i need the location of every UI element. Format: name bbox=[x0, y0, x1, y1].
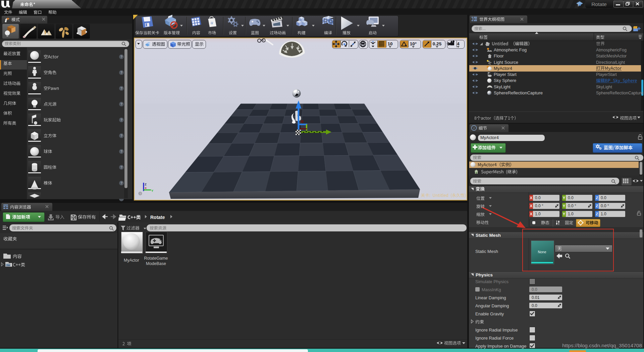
svg-text:Ignore Radial Force: Ignore Radial Force bbox=[475, 336, 514, 341]
svg-text:MyActor4: MyActor4 bbox=[480, 135, 499, 140]
svg-text:SkyLight: SkyLight bbox=[596, 85, 612, 89]
svg-text:None: None bbox=[538, 250, 546, 254]
svg-text:Angular Damping: Angular Damping bbox=[475, 303, 509, 308]
svg-text:https://blog.csdn.net/qq_35014: https://blog.csdn.net/qq_35014708 bbox=[562, 343, 642, 348]
svg-text:RotateGame: RotateGame bbox=[144, 256, 168, 261]
svg-text:?: ? bbox=[120, 71, 122, 75]
svg-text:0.0: 0.0 bbox=[568, 195, 574, 200]
svg-text:0.0: 0.0 bbox=[601, 195, 606, 200]
svg-text:0.0: 0.0 bbox=[535, 195, 541, 200]
svg-text:Y: Y bbox=[563, 212, 566, 216]
svg-text:Sky Sphere: Sky Sphere bbox=[494, 78, 516, 83]
svg-text:0.0 °: 0.0 ° bbox=[535, 204, 543, 208]
svg-text:Static Mesh: Static Mesh bbox=[476, 233, 501, 238]
svg-text:Y: Y bbox=[563, 196, 566, 200]
svg-text:i: i bbox=[473, 126, 474, 130]
svg-text:Static Mesh: Static Mesh bbox=[475, 249, 498, 254]
svg-text:0.25: 0.25 bbox=[433, 41, 442, 46]
svg-text:4: 4 bbox=[457, 41, 460, 46]
svg-text:Floor: Floor bbox=[494, 53, 504, 58]
svg-text:Physics: Physics bbox=[476, 272, 493, 277]
svg-text:u: u bbox=[211, 20, 213, 25]
svg-text:SphereReflectionCapture: SphereReflectionCapture bbox=[596, 91, 643, 95]
svg-text:Z: Z bbox=[145, 182, 147, 186]
svg-text:MyActor4: MyActor4 bbox=[494, 66, 512, 71]
svg-text:SkyLight: SkyLight bbox=[494, 84, 511, 89]
svg-text:Y: Y bbox=[151, 189, 154, 192]
svg-text:Apply Impulse on Damage: Apply Impulse on Damage bbox=[475, 344, 526, 349]
svg-text:Ignore Radial Impulse: Ignore Radial Impulse bbox=[475, 327, 518, 333]
svg-text:10°: 10° bbox=[410, 41, 417, 46]
svg-text:Linear Damping: Linear Damping bbox=[475, 295, 506, 300]
svg-text:MassInKg: MassInKg bbox=[482, 287, 501, 292]
svg-text:Light Source: Light Source bbox=[494, 60, 518, 65]
svg-text:0.0 °: 0.0 ° bbox=[601, 204, 609, 208]
svg-text:1.0: 1.0 bbox=[568, 212, 574, 216]
svg-text:1.0: 1.0 bbox=[601, 212, 606, 216]
svg-text:Simulate Physics: Simulate Physics bbox=[475, 279, 508, 284]
svg-text:X: X bbox=[145, 186, 147, 190]
svg-text:SphereReflectionCapture: SphereReflectionCapture bbox=[494, 90, 543, 95]
svg-text:C++: C++ bbox=[6, 264, 10, 266]
svg-text:X: X bbox=[530, 212, 533, 216]
svg-text:Y: Y bbox=[563, 204, 566, 208]
svg-text:Enable Gravity: Enable Gravity bbox=[475, 311, 504, 316]
svg-text:0.0 °: 0.0 ° bbox=[568, 204, 576, 208]
svg-text:?: ? bbox=[120, 86, 122, 90]
svg-text:?: ? bbox=[120, 55, 122, 59]
svg-text:?: ? bbox=[140, 192, 141, 195]
svg-text:?: ? bbox=[120, 149, 122, 153]
svg-text:X: X bbox=[530, 196, 533, 200]
svg-text:MyActor: MyActor bbox=[124, 258, 139, 263]
svg-text:10: 10 bbox=[387, 41, 392, 46]
svg-text:0.0: 0.0 bbox=[532, 287, 537, 292]
svg-text:Player Start: Player Start bbox=[494, 72, 517, 77]
svg-text:ModeBase: ModeBase bbox=[146, 261, 166, 266]
svg-text:0.0: 0.0 bbox=[532, 303, 537, 308]
svg-text:Z: Z bbox=[596, 212, 598, 216]
svg-text:Z: Z bbox=[596, 204, 598, 208]
svg-text:1.0: 1.0 bbox=[535, 212, 541, 216]
svg-text:DirectionalLight: DirectionalLight bbox=[596, 60, 625, 65]
svg-text:X: X bbox=[530, 204, 533, 208]
svg-text:Z: Z bbox=[596, 196, 598, 200]
svg-text:PlayerStart: PlayerStart bbox=[596, 72, 617, 77]
svg-text:StaticMeshActor: StaticMeshActor bbox=[596, 54, 627, 58]
svg-text:Rotate: Rotate bbox=[591, 1, 607, 7]
svg-text:0.01: 0.01 bbox=[532, 295, 540, 300]
svg-text:?: ? bbox=[120, 102, 122, 106]
svg-text:?: ? bbox=[120, 165, 122, 169]
svg-text:AtmosphericFog: AtmosphericFog bbox=[596, 48, 627, 52]
svg-text:?: ? bbox=[120, 181, 122, 185]
svg-text:?: ? bbox=[120, 134, 122, 138]
svg-text:Rotate: Rotate bbox=[150, 215, 165, 220]
svg-text:Atmospheric Fog: Atmospheric Fog bbox=[494, 47, 527, 52]
svg-text:?: ? bbox=[120, 118, 122, 122]
